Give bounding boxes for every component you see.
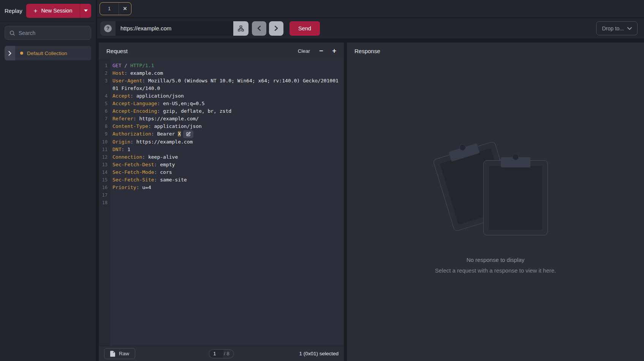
increase-font-button[interactable]: +	[332, 47, 336, 54]
clipboards-illustration	[435, 133, 556, 247]
line-number: 11	[99, 146, 110, 153]
code-line: 3User-Agent: Mozilla/5.0 (Windows NT 10.…	[99, 77, 344, 92]
line-content: Referer: https://example.com/	[110, 115, 344, 123]
code-line: 12Connection: keep-alive	[99, 153, 344, 161]
line-content: Sec-Fetch-Site: same-site	[110, 176, 344, 184]
sitemap-button[interactable]	[233, 21, 248, 36]
search-input[interactable]	[19, 30, 87, 36]
close-tab-button[interactable]: ×	[119, 5, 131, 12]
code-line: 2Host: example.com	[99, 69, 344, 77]
chevron-right-icon	[8, 51, 12, 56]
clipboard-front-icon	[483, 160, 548, 235]
code-line: 4Accept: application/json	[99, 92, 344, 100]
code-line: 9Authorization: Bearer X	[99, 130, 344, 138]
request-panel-header: Request Clear − +	[99, 43, 344, 59]
chevron-down-icon	[627, 27, 632, 30]
code-line: 17	[99, 191, 344, 199]
line-number: 8	[99, 123, 110, 130]
page-title: Replay	[5, 8, 22, 14]
content-area: Request Clear − + 1GET / HTTP/1.12Host: …	[99, 43, 644, 361]
line-number: 6	[99, 107, 110, 115]
request-title: Request	[106, 48, 128, 54]
line-number: 10	[99, 138, 110, 146]
url-input[interactable]	[116, 21, 233, 36]
line-number: 5	[99, 100, 110, 107]
expand-collection-button[interactable]	[5, 46, 15, 60]
sidebar: Replay + New Session Default Collection	[0, 0, 96, 361]
caret-down-icon	[84, 9, 88, 12]
decrease-font-button[interactable]: −	[319, 47, 323, 54]
session-tab-1[interactable]: 1 ×	[100, 2, 131, 15]
line-content	[110, 191, 344, 199]
line-content: User-Agent: Mozilla/5.0 (Windows NT 10.0…	[110, 77, 344, 92]
line-content: Connection: keep-alive	[110, 153, 344, 161]
search-box	[5, 26, 91, 40]
line-number: 15	[99, 176, 110, 184]
send-button[interactable]: Send	[290, 21, 320, 36]
raw-view-button[interactable]: Raw	[104, 348, 135, 359]
tab-label: 1	[100, 6, 119, 11]
line-number: 14	[99, 169, 110, 176]
response-title: Response	[354, 48, 380, 54]
line-content: Sec-Fetch-Mode: cors	[110, 169, 344, 176]
request-panel: Request Clear − + 1GET / HTTP/1.12Host: …	[99, 43, 344, 361]
edit-authorization-button[interactable]	[183, 130, 193, 138]
new-session-dropdown-button[interactable]	[80, 4, 91, 18]
request-editor-lines: 1GET / HTTP/1.12Host: example.com3User-A…	[99, 62, 344, 207]
collection-label: Default Collection	[27, 50, 67, 56]
file-icon	[110, 351, 115, 357]
response-panel: Response No response to display	[347, 43, 644, 361]
url-group: ?	[100, 21, 248, 36]
line-number: 4	[99, 92, 110, 100]
line-content: DNT: 1	[110, 146, 344, 153]
code-line: 10Origin: https://example.com	[99, 138, 344, 146]
sitemap-icon	[237, 25, 244, 32]
line-content: Sec-Fetch-Dest: empty	[110, 161, 344, 169]
new-session-label: New Session	[41, 8, 72, 14]
request-editor[interactable]: 1GET / HTTP/1.12Host: example.com3User-A…	[99, 59, 344, 346]
code-line: 8Content-Type: application/json	[99, 123, 344, 130]
page-total: / 8	[223, 351, 233, 356]
code-line: 1GET / HTTP/1.1	[99, 62, 344, 69]
sidebar-item-default-collection[interactable]: Default Collection	[5, 46, 91, 60]
code-line: 13Sec-Fetch-Dest: empty	[99, 161, 344, 169]
history-forward-button[interactable]	[269, 21, 283, 36]
code-line: 15Sec-Fetch-Site: same-site	[99, 176, 344, 184]
drop-to-button[interactable]: Drop to...	[596, 21, 638, 35]
history-back-button[interactable]	[252, 21, 266, 36]
new-session-main[interactable]: + New Session	[26, 4, 80, 18]
selected-count: 1 (0x01) selected	[299, 351, 339, 356]
raw-label: Raw	[119, 351, 129, 356]
line-content: Priority: u=4	[110, 184, 344, 191]
search-icon	[9, 30, 15, 36]
line-content	[110, 199, 344, 207]
code-line: 7Referer: https://example.com/	[99, 115, 344, 123]
page-input[interactable]	[209, 350, 223, 358]
line-number: 18	[99, 199, 110, 207]
line-content: Accept: application/json	[110, 92, 344, 100]
line-content: Authorization: Bearer X	[110, 130, 344, 138]
code-line: 6Accept-Encoding: gzip, deflate, br, zst…	[99, 107, 344, 115]
line-content: Content-Type: application/json	[110, 123, 344, 130]
sidebar-header: Replay + New Session	[0, 0, 96, 22]
empty-state-title: No response to display	[467, 257, 525, 263]
line-number: 17	[99, 191, 110, 199]
code-line: 11DNT: 1	[99, 146, 344, 153]
response-empty-state: No response to display Select a request …	[347, 59, 644, 361]
line-content: Host: example.com	[110, 69, 344, 77]
line-number: 3	[99, 77, 110, 92]
line-content: Origin: https://example.com	[110, 138, 344, 146]
clear-button[interactable]: Clear	[298, 48, 310, 54]
chevron-right-icon	[274, 25, 278, 31]
line-content: Accept-Encoding: gzip, deflate, br, zstd	[110, 107, 344, 115]
chevron-left-icon	[257, 25, 261, 31]
code-line: 14Sec-Fetch-Mode: cors	[99, 169, 344, 176]
line-number: 7	[99, 115, 110, 123]
line-number: 16	[99, 184, 110, 191]
main-area: 1 × ? Send Drop to...	[97, 0, 644, 361]
request-actions: Clear − +	[298, 47, 336, 54]
line-content: Accept-Language: en-US,en;q=0.5	[110, 100, 344, 107]
connection-info-button[interactable]: ?	[100, 21, 116, 36]
line-number: 1	[99, 62, 110, 69]
new-session-button[interactable]: + New Session	[26, 4, 91, 18]
